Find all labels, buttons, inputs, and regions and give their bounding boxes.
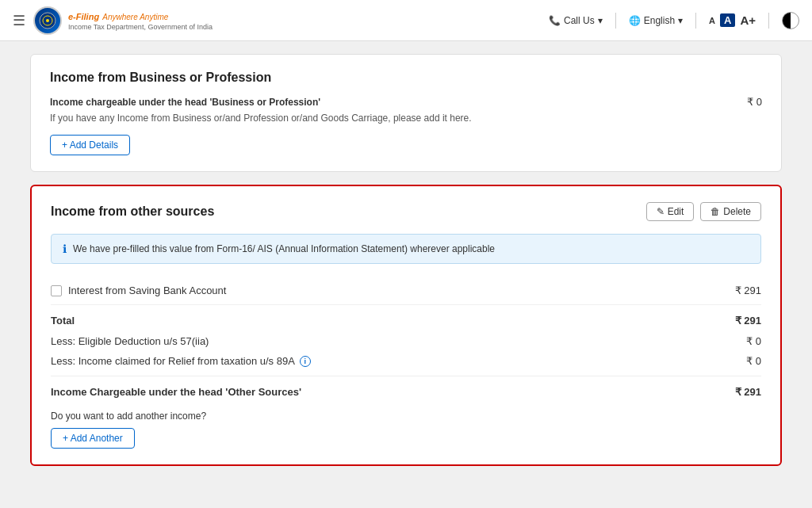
business-income-label: Income chargeable under the head 'Busine… <box>50 97 320 108</box>
other-sources-title: Income from other sources <box>51 204 214 219</box>
header: ☰ e-Filing Anywhere Anytime Income Tax D… <box>0 0 812 41</box>
business-income-row: Income chargeable under the head 'Busine… <box>50 96 762 108</box>
interest-value: ₹ 291 <box>735 285 761 296</box>
logo-area: e-Filing Anywhere Anytime Income Tax Dep… <box>33 6 213 35</box>
hamburger-icon[interactable]: ☰ <box>13 12 25 29</box>
interest-label: Interest from Saving Bank Account <box>68 285 226 296</box>
add-another-section: Do you want to add another income? + Add… <box>51 404 761 449</box>
deduction2-label-area: Less: Income claimed for Relief from tax… <box>51 355 311 367</box>
deduction2-value: ₹ 0 <box>746 355 761 367</box>
interest-row: Interest from Saving Bank Account ₹ 291 <box>51 277 761 305</box>
add-another-button[interactable]: + Add Another <box>51 428 135 449</box>
font-small-button[interactable]: A <box>709 16 715 25</box>
edit-label: Edit <box>668 206 684 217</box>
other-sources-card: Income from other sources ✎ Edit 🗑 Delet… <box>30 185 782 466</box>
font-controls: A A A+ <box>709 13 756 27</box>
header-divider-3 <box>768 13 769 29</box>
header-right: 📞 Call Us ▾ 🌐 English ▾ A A A+ <box>549 12 799 29</box>
phone-icon: 📞 <box>549 15 561 26</box>
header-divider-1 <box>615 13 616 29</box>
interest-checkbox[interactable] <box>51 285 62 296</box>
svg-point-2 <box>46 19 49 22</box>
language-chevron: ▾ <box>678 15 683 26</box>
interest-label-area: Interest from Saving Bank Account <box>51 285 226 296</box>
deduction1-row: Less: Eligible Deduction u/s 57(iia) ₹ 0 <box>51 331 761 351</box>
main-content: Income from Business or Profession Incom… <box>17 41 795 491</box>
call-us-label: Call Us <box>564 15 595 26</box>
deduction1-label: Less: Eligible Deduction u/s 57(iia) <box>51 335 209 347</box>
total-value: ₹ 291 <box>735 315 761 327</box>
language-button[interactable]: 🌐 English ▾ <box>629 15 683 26</box>
total-row: Total ₹ 291 <box>51 305 761 331</box>
total-label: Total <box>51 315 75 327</box>
logo-text-block: e-Filing Anywhere Anytime Income Tax Dep… <box>68 9 213 32</box>
business-profession-card: Income from Business or Profession Incom… <box>30 54 782 172</box>
business-income-value: ₹ 0 <box>747 96 762 108</box>
info-banner-text: We have pre-filled this value from Form-… <box>73 243 495 254</box>
deduction2-label-text: Less: Income claimed for Relief from tax… <box>51 355 295 367</box>
business-description: If you have any Income from Business or/… <box>50 113 762 124</box>
font-large-button[interactable]: A+ <box>740 13 756 27</box>
logo-main-text: e-Filing Anywhere Anytime <box>68 9 213 23</box>
other-sources-header-row: Income from other sources ✎ Edit 🗑 Delet… <box>51 202 761 221</box>
trash-icon: 🗑 <box>710 206 720 217</box>
chargeable-label: Income Chargeable under the head 'Other … <box>51 386 301 398</box>
chargeable-row: Income Chargeable under the head 'Other … <box>51 376 761 404</box>
language-label: English <box>644 15 675 26</box>
globe-icon: 🌐 <box>629 15 641 26</box>
prefill-info-banner: ℹ We have pre-filled this value from For… <box>51 234 761 264</box>
header-divider-2 <box>695 13 696 29</box>
edit-button[interactable]: ✎ Edit <box>646 202 695 221</box>
logo-tagline: Anywhere Anytime <box>102 13 168 21</box>
add-details-button[interactable]: + Add Details <box>50 135 130 155</box>
info-icon: ℹ <box>63 243 67 255</box>
font-medium-button[interactable]: A <box>720 13 735 27</box>
action-buttons: ✎ Edit 🗑 Delete <box>646 202 761 221</box>
business-card-title: Income from Business or Profession <box>50 71 762 85</box>
logo-emblem <box>33 6 62 35</box>
deduction2-row: Less: Income claimed for Relief from tax… <box>51 351 761 371</box>
contrast-button[interactable] <box>782 12 799 29</box>
header-left: ☰ e-Filing Anywhere Anytime Income Tax D… <box>13 6 213 35</box>
delete-button[interactable]: 🗑 Delete <box>700 202 761 221</box>
deduction1-value: ₹ 0 <box>746 335 761 347</box>
chargeable-value: ₹ 291 <box>735 386 761 398</box>
edit-icon: ✎ <box>657 206 665 217</box>
logo-sub-text: Income Tax Department, Government of Ind… <box>68 23 213 32</box>
call-us-button[interactable]: 📞 Call Us ▾ <box>549 15 603 26</box>
add-another-question: Do you want to add another income? <box>51 411 761 422</box>
deduction2-info-icon[interactable]: i <box>300 356 311 367</box>
delete-label: Delete <box>723 206 751 217</box>
call-us-chevron: ▾ <box>598 15 603 26</box>
